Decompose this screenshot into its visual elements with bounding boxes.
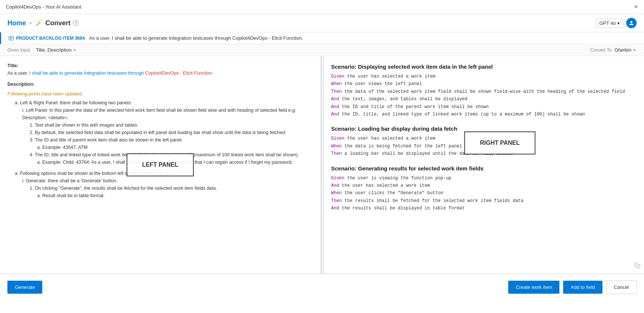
breadcrumb-home[interactable]: Home xyxy=(7,19,26,27)
gpt-chevron: ▾ xyxy=(617,20,620,26)
convert-to-edit-icon[interactable]: ✏ xyxy=(633,48,637,53)
breadcrumb-separator: > xyxy=(29,20,32,26)
left-panel[interactable]: Title: As a user, I shall be able to gen… xyxy=(0,56,321,273)
title-bar: Copilot4DevOps - Your AI Assistant × xyxy=(0,0,644,14)
breadcrumb-current-label: Convert xyxy=(45,19,70,27)
scenario-steps-3: Given the user is viewing the function p… xyxy=(331,175,637,212)
cancel-button[interactable]: Cancel xyxy=(606,280,637,294)
panel-divider xyxy=(321,56,324,273)
convert-icon: 🪄 xyxy=(35,19,43,27)
breadcrumb: Home > 🪄 Convert ? xyxy=(7,19,79,27)
workitem-title: As a user, I shall be able to generate I… xyxy=(89,35,303,41)
scenario-steps-1: Given the user has selected a work item … xyxy=(331,73,637,118)
fields-bar-right: Convert To Gherkin ✏ xyxy=(590,47,637,53)
convert-to-value: Gherkin ✏ xyxy=(614,47,637,53)
fields-bar: Given input Title, Description ✏ Convert… xyxy=(0,44,644,56)
scenario-block-3: Scenario: Generating results for selecte… xyxy=(331,165,637,212)
main-content: Title: As a user, I shall be able to gen… xyxy=(0,56,644,274)
scenario-block-1: Scenario: Displaying selected work item … xyxy=(331,63,637,118)
copy-icon-area[interactable] xyxy=(634,263,640,270)
convert-to-name: Gherkin xyxy=(614,47,631,53)
info-icon[interactable]: ? xyxy=(73,20,79,26)
gpt-label: GPT 4o xyxy=(599,20,616,26)
header: Home > 🪄 Convert ? GPT 4o ▾ xyxy=(0,14,644,32)
right-panel[interactable]: Scenario: Displaying selected work item … xyxy=(324,56,644,273)
convert-to-label: Convert To xyxy=(590,48,612,53)
footer-left: Generate xyxy=(7,281,42,294)
scenario-heading-1: Scenario: Displaying selected work item … xyxy=(331,63,637,70)
scenario-heading-2: Scenario: Loading bar display during dat… xyxy=(331,125,637,132)
create-work-item-button[interactable]: Create work item xyxy=(508,281,559,294)
scenario-heading-3: Scenario: Generating results for selecte… xyxy=(331,165,637,172)
field-name: Title, Description xyxy=(36,47,72,53)
left-panel-content: Title: As a user, I shall be able to gen… xyxy=(7,62,313,199)
svg-rect-4 xyxy=(637,265,640,268)
given-input-label: Given input xyxy=(7,48,30,53)
field-edit-icon[interactable]: ✏ xyxy=(73,48,77,53)
workitem-link-text: PRODUCT BACKLOG ITEM 3684 xyxy=(16,36,85,41)
workitem-link[interactable]: PRODUCT BACKLOG ITEM 3684 xyxy=(9,36,85,41)
right-panel-content: Scenario: Displaying selected work item … xyxy=(331,63,637,212)
header-right: GPT 4o ▾ xyxy=(596,18,637,28)
breadcrumb-current: 🪄 Convert ? xyxy=(35,19,79,27)
field-value: Title, Description ✏ xyxy=(36,47,77,53)
workitem-bar: PRODUCT BACKLOG ITEM 3684 As a user, I s… xyxy=(0,32,644,44)
user-avatar[interactable] xyxy=(626,18,637,28)
fields-bar-left: Given input Title, Description ✏ xyxy=(7,47,77,53)
add-to-field-button[interactable]: Add to field xyxy=(563,281,602,294)
scenario-block-2: Scenario: Loading bar display during dat… xyxy=(331,125,637,157)
footer-right: Create work item Add to field Cancel xyxy=(508,280,637,294)
scenario-steps-2: Given the user has selected a work item … xyxy=(331,135,637,157)
gpt-selector[interactable]: GPT 4o ▾ xyxy=(596,19,623,28)
close-button[interactable]: × xyxy=(634,3,638,11)
app-title: Copilot4DevOps - Your AI Assistant xyxy=(6,4,81,10)
footer: Generate Create work item Add to field C… xyxy=(0,274,644,300)
generate-button[interactable]: Generate xyxy=(7,281,42,294)
